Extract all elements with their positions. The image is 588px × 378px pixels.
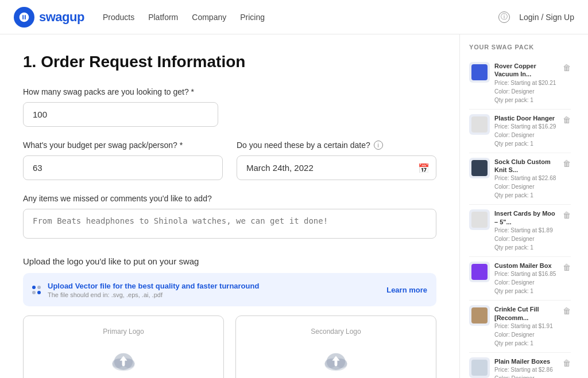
learn-more-link[interactable]: Learn more	[386, 286, 427, 294]
nav-link-products[interactable]: Products	[103, 13, 134, 22]
swag-item-img-1	[469, 114, 490, 135]
swag-item-info-2: Sock Club Custom Knit S... Price: Starti…	[494, 158, 558, 200]
quantity-label: How many swag packs are you looking to g…	[23, 87, 436, 96]
nav-link-platform[interactable]: Platform	[148, 13, 178, 22]
swag-item-color-2: Color: Designer	[494, 182, 558, 191]
secondary-logo-upload[interactable]: Secondary Logo Drag and drop to upload	[235, 315, 436, 378]
swag-item-price-6: Price: Starting at $2.86	[494, 365, 558, 374]
help-icon[interactable]: ⓘ	[498, 11, 510, 23]
nav-link-company[interactable]: Company	[192, 13, 226, 22]
main-content: 1. Order Request Information How many sw…	[0, 34, 459, 378]
swag-item-delete-3[interactable]: 🗑	[563, 211, 571, 220]
swag-item-thumb-2	[471, 160, 488, 176]
comments-section: Any items we missed or comments you'd li…	[23, 194, 436, 240]
swag-item-price-0: Price: Starting at $20.21	[494, 79, 558, 87]
budget-label: What's your budget per swag pack/person?…	[23, 141, 223, 150]
logo-icon	[14, 7, 34, 28]
swagup-icon-svg	[18, 11, 30, 24]
swag-item-5: Crinkle Cut Fill [Recomm... Price: Start…	[469, 301, 571, 353]
primary-upload-cloud-icon	[33, 345, 214, 375]
page-title: 1. Order Request Information	[23, 53, 436, 71]
swag-item-qty-0: Qty per pack: 1	[494, 96, 558, 104]
swag-item-price-3: Price: Starting at $1.89	[494, 226, 558, 235]
swag-item-2: Sock Club Custom Knit S... Price: Starti…	[469, 153, 571, 205]
swag-item-thumb-5	[471, 307, 488, 324]
swag-item-name-5: Crinkle Cut Fill [Recomm...	[494, 305, 558, 322]
date-info-icon[interactable]: i	[374, 141, 383, 150]
swag-item-info-6: Plain Mailer Boxes Price: Starting at $2…	[494, 357, 558, 378]
swag-item-info-4: Custom Mailer Box Price: Starting at $16…	[494, 262, 558, 295]
swag-item-color-1: Color: Designer	[494, 131, 558, 139]
swag-item-img-2	[469, 158, 490, 178]
swag-item-thumb-3	[471, 212, 488, 228]
date-input[interactable]	[237, 155, 436, 180]
upload-banner-left: Upload Vector file for the best quality …	[32, 281, 259, 298]
swag-item-name-1: Plastic Door Hanger	[494, 114, 558, 122]
swag-item-delete-2[interactable]: 🗑	[563, 159, 571, 168]
swag-item-img-4	[469, 262, 490, 282]
swag-item-thumb-4	[471, 264, 488, 280]
swag-item-img-3	[469, 209, 490, 230]
swag-item-qty-5: Qty per pack: 1	[494, 339, 558, 348]
swag-item-price-1: Price: Starting at $16.29	[494, 122, 558, 131]
dot-2	[37, 286, 41, 289]
primary-logo-label: Primary Logo	[33, 328, 214, 336]
sidebar-title: YOUR SWAG PACK	[469, 44, 571, 50]
swag-item-price-5: Price: Starting at $1.91	[494, 322, 558, 330]
swag-item-color-0: Color: Designer	[494, 87, 558, 96]
cloud-upload-svg-2	[321, 345, 351, 375]
swag-item-6: Plain Mailer Boxes Price: Starting at $2…	[469, 353, 571, 378]
swag-item-delete-1[interactable]: 🗑	[563, 115, 571, 124]
budget-date-row: What's your budget per swag pack/person?…	[23, 141, 436, 180]
swag-item-thumb-1	[471, 116, 488, 133]
cloud-upload-svg	[109, 345, 138, 375]
swag-item-price-4: Price: Starting at $16.85	[494, 270, 558, 278]
logo-upload-row: Primary Logo Drag and drop to upload	[23, 315, 436, 378]
date-input-wrap: 📅	[237, 155, 436, 180]
comments-input[interactable]	[23, 209, 436, 239]
swag-item-thumb-0	[471, 64, 488, 80]
login-button[interactable]: Login / Sign Up	[519, 13, 574, 22]
swag-item-qty-2: Qty per pack: 1	[494, 191, 558, 200]
swag-item-color-3: Color: Designer	[494, 235, 558, 243]
swag-item-delete-6[interactable]: 🗑	[563, 358, 571, 368]
upload-section: Upload the logo you'd like to put on you…	[23, 256, 436, 378]
swag-item-thumb-6	[471, 360, 488, 376]
nav-link-pricing[interactable]: Pricing	[240, 13, 265, 22]
swag-item-3: Insert Cards by Moo – 5"... Price: Start…	[469, 205, 571, 257]
primary-logo-upload[interactable]: Primary Logo Drag and drop to upload	[23, 315, 224, 378]
upload-section-title: Upload the logo you'd like to put on you…	[23, 256, 436, 266]
swag-item-name-4: Custom Mailer Box	[494, 262, 558, 270]
swag-item-info-5: Crinkle Cut Fill [Recomm... Price: Start…	[494, 305, 558, 348]
swag-item-delete-4[interactable]: 🗑	[563, 263, 571, 272]
swag-item-name-3: Insert Cards by Moo – 5"...	[494, 209, 558, 226]
calendar-icon[interactable]: 📅	[418, 162, 430, 173]
swag-item-info-1: Plastic Door Hanger Price: Starting at $…	[494, 114, 558, 148]
swag-item-color-5: Color: Designer	[494, 330, 558, 339]
dot-4	[37, 291, 41, 294]
swag-item-delete-0[interactable]: 🗑	[563, 63, 571, 72]
secondary-upload-cloud-icon	[245, 345, 427, 375]
swag-item-name-0: Rover Copper Vacuum In...	[494, 62, 558, 79]
nav-right: ⓘ Login / Sign Up	[498, 11, 574, 23]
swag-item-img-0	[469, 62, 490, 83]
swag-item-delete-5[interactable]: 🗑	[563, 306, 571, 315]
swag-item-1: Plastic Door Hanger Price: Starting at $…	[469, 110, 571, 153]
dot-3	[32, 291, 36, 294]
swag-item-0: Rover Copper Vacuum In... Price: Startin…	[469, 57, 571, 110]
budget-input[interactable]	[23, 155, 223, 180]
budget-col: What's your budget per swag pack/person?…	[23, 141, 223, 180]
swag-item-4: Custom Mailer Box Price: Starting at $16…	[469, 257, 571, 301]
dot-1	[32, 286, 36, 289]
swag-item-name-2: Sock Club Custom Knit S...	[494, 158, 558, 174]
swag-item-img-5	[469, 305, 490, 326]
sidebar: YOUR SWAG PACK Rover Copper Vacuum In...…	[459, 34, 580, 378]
swag-item-qty-3: Qty per pack: 1	[494, 243, 558, 252]
quantity-section: How many swag packs are you looking to g…	[23, 87, 436, 127]
date-col: Do you need these by a certain date? i 📅	[237, 141, 436, 180]
quantity-input[interactable]	[23, 102, 218, 127]
date-label: Do you need these by a certain date? i	[237, 141, 436, 150]
swag-item-color-4: Color: Designer	[494, 278, 558, 287]
logo-text: swagup	[39, 10, 84, 25]
logo[interactable]: swagup	[14, 7, 84, 28]
